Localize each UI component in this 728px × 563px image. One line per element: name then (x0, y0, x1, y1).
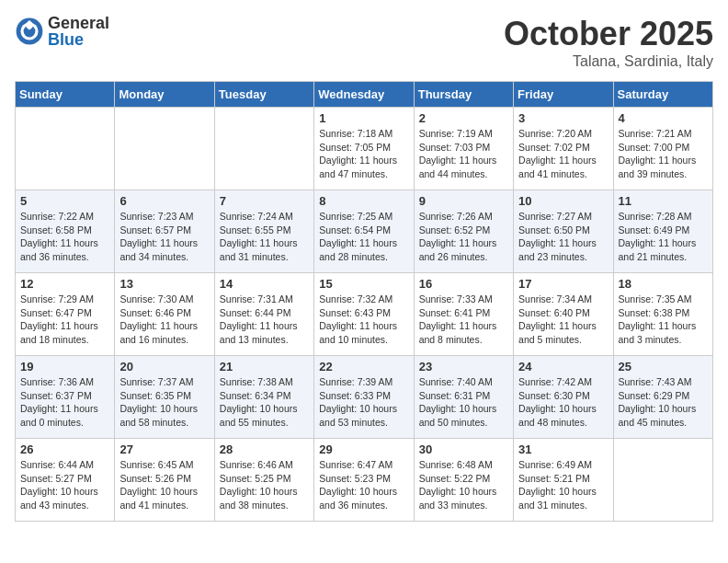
day-number: 24 (518, 360, 608, 373)
calendar-cell: 15Sunrise: 7:32 AM Sunset: 6:43 PM Dayli… (314, 273, 414, 356)
day-number: 14 (220, 277, 309, 291)
calendar-cell: 24Sunrise: 7:42 AM Sunset: 6:30 PM Dayli… (514, 356, 613, 439)
day-number: 9 (419, 194, 508, 208)
calendar-cell: 11Sunrise: 7:28 AM Sunset: 6:49 PM Dayli… (613, 190, 712, 273)
day-info: Sunrise: 7:23 AM Sunset: 6:57 PM Dayligh… (119, 210, 209, 264)
calendar-cell: 6Sunrise: 7:23 AM Sunset: 6:57 PM Daylig… (115, 190, 214, 273)
location-text: Talana, Sardinia, Italy (504, 53, 713, 70)
day-number: 23 (419, 360, 508, 373)
calendar-cell: 27Sunrise: 6:45 AM Sunset: 5:26 PM Dayli… (115, 439, 214, 522)
day-info: Sunrise: 7:22 AM Sunset: 6:58 PM Dayligh… (20, 210, 109, 264)
day-info: Sunrise: 7:24 AM Sunset: 6:55 PM Dayligh… (220, 210, 309, 264)
calendar-cell: 8Sunrise: 7:25 AM Sunset: 6:54 PM Daylig… (314, 190, 414, 273)
day-info: Sunrise: 7:27 AM Sunset: 6:50 PM Dayligh… (518, 210, 608, 264)
calendar-cell (613, 439, 712, 522)
day-number: 25 (619, 360, 708, 373)
weekday-header-sunday: Sunday (16, 82, 115, 108)
day-number: 16 (419, 277, 508, 291)
day-number: 5 (20, 194, 109, 208)
calendar-cell: 16Sunrise: 7:33 AM Sunset: 6:41 PM Dayli… (414, 273, 513, 356)
title-block: October 2025 Talana, Sardinia, Italy (504, 15, 713, 70)
calendar-week-1: 1Sunrise: 7:18 AM Sunset: 7:05 PM Daylig… (16, 108, 713, 190)
weekday-header-saturday: Saturday (613, 82, 712, 108)
day-info: Sunrise: 6:49 AM Sunset: 5:21 PM Dayligh… (518, 458, 608, 512)
calendar-cell: 22Sunrise: 7:39 AM Sunset: 6:33 PM Dayli… (314, 356, 414, 439)
day-number: 12 (20, 277, 109, 291)
calendar-cell (214, 108, 313, 190)
calendar-week-4: 19Sunrise: 7:36 AM Sunset: 6:37 PM Dayli… (16, 356, 713, 439)
day-info: Sunrise: 7:42 AM Sunset: 6:30 PM Dayligh… (518, 375, 608, 430)
day-number: 11 (619, 194, 708, 208)
logo-text: General Blue (48, 15, 109, 48)
logo-general-text: General (48, 15, 109, 31)
calendar-cell: 30Sunrise: 6:48 AM Sunset: 5:22 PM Dayli… (414, 439, 513, 522)
calendar-cell: 25Sunrise: 7:43 AM Sunset: 6:29 PM Dayli… (613, 356, 712, 439)
day-info: Sunrise: 7:39 AM Sunset: 6:33 PM Dayligh… (319, 375, 408, 430)
day-number: 2 (419, 111, 508, 125)
calendar-cell: 23Sunrise: 7:40 AM Sunset: 6:31 PM Dayli… (414, 356, 513, 439)
day-info: Sunrise: 7:32 AM Sunset: 6:43 PM Dayligh… (319, 293, 408, 347)
calendar-cell: 13Sunrise: 7:30 AM Sunset: 6:46 PM Dayli… (115, 273, 214, 356)
day-info: Sunrise: 7:19 AM Sunset: 7:03 PM Dayligh… (419, 127, 508, 181)
calendar-cell: 12Sunrise: 7:29 AM Sunset: 6:47 PM Dayli… (16, 273, 115, 356)
day-info: Sunrise: 6:46 AM Sunset: 5:25 PM Dayligh… (220, 458, 309, 512)
day-number: 30 (419, 442, 508, 456)
day-info: Sunrise: 7:30 AM Sunset: 6:46 PM Dayligh… (119, 293, 209, 347)
calendar-cell (16, 108, 115, 190)
day-number: 27 (119, 442, 209, 456)
day-number: 31 (518, 442, 608, 456)
weekday-header-thursday: Thursday (414, 82, 513, 108)
day-info: Sunrise: 7:28 AM Sunset: 6:49 PM Dayligh… (619, 210, 708, 264)
calendar-cell: 10Sunrise: 7:27 AM Sunset: 6:50 PM Dayli… (514, 190, 613, 273)
weekday-header-tuesday: Tuesday (214, 82, 313, 108)
day-info: Sunrise: 7:38 AM Sunset: 6:34 PM Dayligh… (220, 375, 309, 430)
day-number: 19 (20, 360, 109, 373)
calendar-cell: 28Sunrise: 6:46 AM Sunset: 5:25 PM Dayli… (214, 439, 313, 522)
calendar-cell: 29Sunrise: 6:47 AM Sunset: 5:23 PM Dayli… (314, 439, 414, 522)
day-number: 13 (119, 277, 209, 291)
day-number: 20 (119, 360, 209, 373)
calendar-cell: 21Sunrise: 7:38 AM Sunset: 6:34 PM Dayli… (214, 356, 313, 439)
day-info: Sunrise: 7:40 AM Sunset: 6:31 PM Dayligh… (419, 375, 508, 430)
calendar-week-2: 5Sunrise: 7:22 AM Sunset: 6:58 PM Daylig… (16, 190, 713, 273)
calendar-cell: 17Sunrise: 7:34 AM Sunset: 6:40 PM Dayli… (514, 273, 613, 356)
day-number: 10 (518, 194, 608, 208)
calendar-table: SundayMondayTuesdayWednesdayThursdayFrid… (15, 81, 713, 522)
day-info: Sunrise: 7:25 AM Sunset: 6:54 PM Dayligh… (319, 210, 408, 264)
calendar-cell: 1Sunrise: 7:18 AM Sunset: 7:05 PM Daylig… (314, 108, 414, 190)
day-number: 18 (619, 277, 708, 291)
day-info: Sunrise: 6:47 AM Sunset: 5:23 PM Dayligh… (319, 458, 408, 512)
calendar-cell: 3Sunrise: 7:20 AM Sunset: 7:02 PM Daylig… (514, 108, 613, 190)
day-info: Sunrise: 7:33 AM Sunset: 6:41 PM Dayligh… (419, 293, 508, 347)
day-info: Sunrise: 7:26 AM Sunset: 6:52 PM Dayligh… (419, 210, 508, 264)
calendar-cell: 14Sunrise: 7:31 AM Sunset: 6:44 PM Dayli… (214, 273, 313, 356)
day-info: Sunrise: 7:35 AM Sunset: 6:38 PM Dayligh… (619, 293, 708, 347)
day-number: 21 (220, 360, 309, 373)
day-number: 6 (119, 194, 209, 208)
day-number: 1 (319, 111, 408, 125)
logo: General Blue (15, 15, 109, 48)
weekday-header-wednesday: Wednesday (314, 82, 414, 108)
calendar-cell (115, 108, 214, 190)
calendar-cell: 19Sunrise: 7:36 AM Sunset: 6:37 PM Dayli… (16, 356, 115, 439)
day-info: Sunrise: 7:21 AM Sunset: 7:00 PM Dayligh… (619, 127, 708, 181)
day-number: 29 (319, 442, 408, 456)
calendar-header-row: SundayMondayTuesdayWednesdayThursdayFrid… (16, 82, 713, 108)
day-info: Sunrise: 7:34 AM Sunset: 6:40 PM Dayligh… (518, 293, 608, 347)
day-info: Sunrise: 7:29 AM Sunset: 6:47 PM Dayligh… (20, 293, 109, 347)
day-number: 15 (319, 277, 408, 291)
day-info: Sunrise: 7:20 AM Sunset: 7:02 PM Dayligh… (518, 127, 608, 181)
day-info: Sunrise: 6:45 AM Sunset: 5:26 PM Dayligh… (119, 458, 209, 512)
weekday-header-monday: Monday (115, 82, 214, 108)
calendar-cell: 31Sunrise: 6:49 AM Sunset: 5:21 PM Dayli… (514, 439, 613, 522)
day-info: Sunrise: 7:36 AM Sunset: 6:37 PM Dayligh… (20, 375, 109, 430)
day-info: Sunrise: 6:44 AM Sunset: 5:27 PM Dayligh… (20, 458, 109, 512)
logo-blue-text: Blue (48, 31, 109, 48)
calendar-cell: 5Sunrise: 7:22 AM Sunset: 6:58 PM Daylig… (16, 190, 115, 273)
day-number: 17 (518, 277, 608, 291)
logo-icon (15, 17, 44, 46)
day-number: 22 (319, 360, 408, 373)
day-info: Sunrise: 7:43 AM Sunset: 6:29 PM Dayligh… (619, 375, 708, 430)
weekday-header-friday: Friday (514, 82, 613, 108)
day-info: Sunrise: 7:37 AM Sunset: 6:35 PM Dayligh… (119, 375, 209, 430)
